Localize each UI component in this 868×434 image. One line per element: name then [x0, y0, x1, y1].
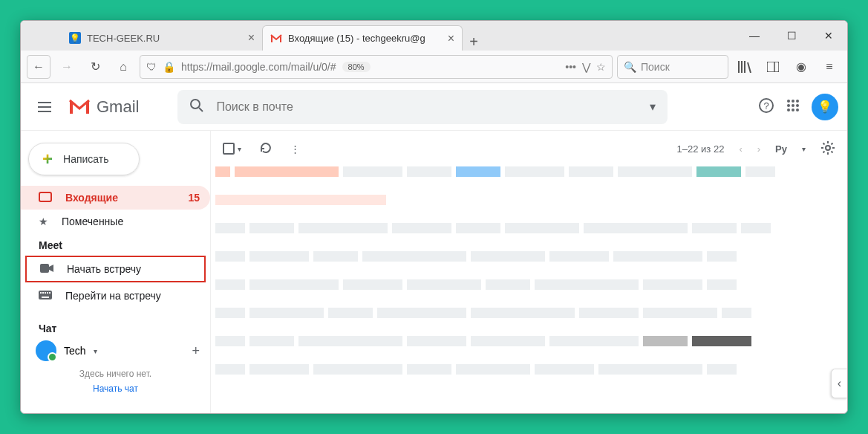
pocket-icon[interactable]: ⋁: [582, 61, 590, 73]
lightbulb-icon: 💡: [69, 32, 81, 44]
search-icon: [189, 98, 204, 116]
tab-title: TECH-GEEK.RU: [87, 33, 242, 44]
lock-icon: 🔒: [163, 61, 175, 73]
highlight-box: Начать встречу: [25, 256, 206, 282]
chat-empty-text: Здесь ничего нет.: [21, 369, 210, 379]
gmail-main: + Написать Входящие 15 ★ Помеченные Meet: [21, 131, 847, 413]
main-menu-button[interactable]: [30, 92, 59, 122]
apps-icon[interactable]: [786, 99, 800, 115]
gmail-brand[interactable]: Gmail: [68, 97, 139, 117]
close-icon[interactable]: ×: [248, 31, 255, 45]
reload-button[interactable]: ↻: [83, 55, 107, 79]
svg-rect-20: [45, 292, 46, 294]
forward-button[interactable]: →: [55, 55, 79, 79]
meet-join-button[interactable]: Перейти на встречу: [21, 284, 210, 308]
next-page-button[interactable]: ›: [757, 143, 760, 155]
chevron-down-icon[interactable]: ▾: [238, 145, 241, 153]
mail-list-placeholder: [211, 166, 847, 385]
sidebar-item-starred[interactable]: ★ Помеченные: [21, 210, 210, 233]
video-icon: [40, 263, 53, 275]
sidebar-item-inbox[interactable]: Входящие 15: [21, 186, 210, 210]
svg-line-3: [199, 108, 203, 111]
back-button[interactable]: ←: [27, 55, 50, 79]
svg-point-9: [787, 104, 790, 107]
gmail-search-box[interactable]: ▾: [177, 90, 668, 124]
sidebar-icon[interactable]: [761, 55, 785, 79]
prev-page-button[interactable]: ‹: [739, 143, 742, 155]
svg-point-12: [787, 108, 790, 111]
chevron-down-icon[interactable]: ▾: [94, 347, 97, 355]
gmail-logo-icon: [68, 99, 91, 115]
more-button[interactable]: ⋮: [290, 143, 300, 155]
menu-icon[interactable]: ≡: [818, 55, 841, 79]
dropdown-icon[interactable]: ▾: [650, 100, 656, 114]
settings-gear-icon[interactable]: [820, 140, 835, 158]
window-controls: — ☐ ✕: [736, 21, 847, 51]
url-text: https://mail.google.com/mail/u/0/#: [181, 61, 336, 73]
chat-user-row[interactable]: Tech ▾ +: [21, 337, 210, 364]
starred-label: Помеченные: [62, 216, 123, 227]
pagination-text: 1–22 из 22: [677, 143, 725, 155]
gmail-sidebar: + Написать Входящие 15 ★ Помеченные Meet: [21, 131, 210, 413]
svg-point-14: [796, 108, 799, 111]
help-icon[interactable]: ?: [758, 97, 774, 117]
new-tab-button[interactable]: +: [463, 33, 485, 51]
svg-rect-23: [42, 297, 49, 298]
svg-point-7: [792, 100, 794, 103]
browser-tab-techgeek[interactable]: 💡 TECH-GEEK.RU ×: [62, 25, 262, 51]
select-all-checkbox[interactable]: [223, 143, 235, 155]
svg-point-2: [191, 100, 200, 108]
browser-toolbar: ← → ↻ ⌂ 🛡 🔒 https://mail.google.com/mail…: [21, 51, 847, 83]
svg-rect-0: [767, 62, 779, 72]
meet-join-label: Перейти на встречу: [65, 290, 161, 302]
svg-point-6: [787, 100, 790, 103]
tab-bar: 💡 TECH-GEEK.RU × Входящие (15) - techgee…: [21, 21, 847, 51]
svg-point-11: [796, 104, 799, 107]
browser-search-box[interactable]: 🔍 Поиск: [617, 55, 728, 79]
add-chat-button[interactable]: +: [192, 343, 200, 359]
svg-rect-18: [40, 292, 42, 294]
bookmark-star-icon[interactable]: ☆: [596, 61, 606, 73]
svg-point-8: [796, 100, 799, 103]
refresh-button[interactable]: [259, 141, 273, 157]
plus-icon: +: [42, 149, 53, 169]
inbox-icon: [39, 192, 52, 204]
meet-start-label: Начать встречу: [67, 263, 141, 275]
chat-user-name: Tech: [64, 345, 86, 357]
chat-section-header: Чат: [21, 317, 210, 337]
library-icon[interactable]: [733, 55, 757, 79]
minimize-button[interactable]: —: [736, 21, 773, 51]
svg-text:?: ?: [763, 100, 769, 111]
keyboard-icon: [39, 290, 52, 302]
chat-start-link[interactable]: Начать чат: [93, 383, 138, 394]
meet-start-button[interactable]: Начать встречу: [27, 257, 204, 281]
svg-point-13: [792, 108, 794, 111]
lightbulb-icon: 💡: [818, 100, 832, 114]
svg-rect-22: [49, 292, 50, 294]
close-icon[interactable]: ×: [448, 32, 454, 45]
chevron-down-icon[interactable]: ▾: [802, 145, 806, 153]
browser-window: 💡 TECH-GEEK.RU × Входящие (15) - techgee…: [20, 20, 848, 414]
zoom-badge[interactable]: 80%: [342, 62, 371, 72]
input-method-badge[interactable]: Ру: [775, 143, 787, 155]
close-button[interactable]: ✕: [810, 21, 847, 51]
maximize-button[interactable]: ☐: [773, 21, 810, 51]
account-icon[interactable]: ◉: [789, 55, 813, 79]
shield-icon[interactable]: 🛡: [146, 61, 157, 73]
meet-section-header: Meet: [21, 233, 210, 254]
gmail-search-input[interactable]: [216, 100, 638, 114]
svg-rect-17: [39, 291, 52, 299]
expand-chevron-button[interactable]: ‹: [831, 369, 847, 398]
account-avatar[interactable]: 💡: [812, 94, 838, 120]
mail-list-area: ▾ ⋮ 1–22 из 22 ‹ › Ру ▾: [210, 131, 847, 413]
address-bar[interactable]: 🛡 🔒 https://mail.google.com/mail/u/0/# 8…: [140, 55, 613, 79]
gmail-brand-text: Gmail: [97, 97, 139, 117]
more-icon[interactable]: •••: [565, 61, 576, 73]
svg-point-24: [826, 146, 830, 150]
svg-rect-16: [40, 264, 49, 273]
search-placeholder: Поиск: [641, 61, 670, 73]
compose-button[interactable]: + Написать: [28, 143, 140, 175]
browser-tab-gmail[interactable]: Входящие (15) - techgeekru@g ×: [262, 25, 463, 51]
svg-rect-15: [39, 192, 51, 201]
home-button[interactable]: ⌂: [111, 55, 135, 79]
